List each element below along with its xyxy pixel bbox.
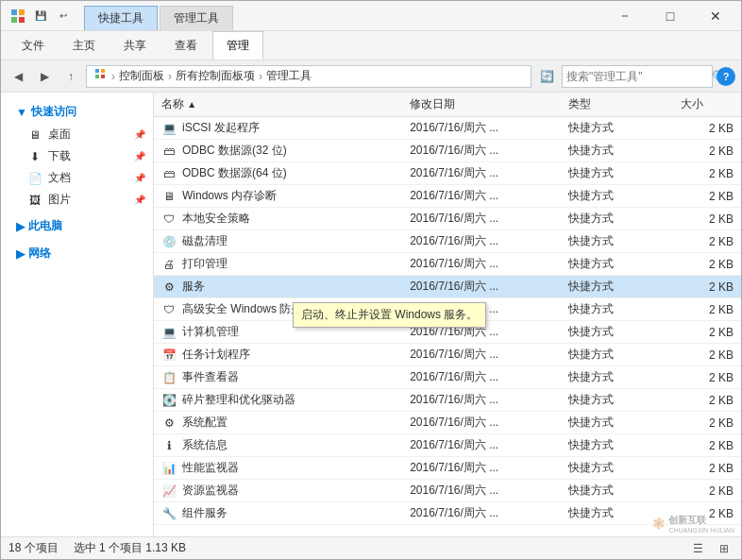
minimize-button[interactable]: － [603, 1, 647, 31]
sidebar-item-download[interactable]: ⬇ 下载 📌 [1, 145, 153, 167]
file-type: 快捷方式 [561, 208, 674, 230]
file-type: 快捷方式 [561, 321, 674, 344]
file-type: 快捷方式 [561, 457, 674, 480]
save-icon: 💾 [31, 7, 50, 25]
file-name: 服务 [182, 279, 205, 295]
table-row[interactable]: ⚙ 系统配置 2016/7/16/周六 ... 快捷方式 2 KB [154, 412, 741, 434]
download-icon: ⬇ [27, 149, 42, 164]
col-date[interactable]: 修改日期 [402, 93, 560, 117]
statusbar: 18 个项目 选中 1 个项目 1.13 KB ☰ ⊞ [1, 536, 741, 559]
table-row[interactable]: 💽 碎片整理和优化驱动器 2016/7/16/周六 ... 快捷方式 2 KB [154, 389, 741, 412]
table-row[interactable]: 💻 iSCSI 发起程序 2016/7/16/周六 ... 快捷方式 2 KB [154, 117, 741, 140]
col-type[interactable]: 类型 [561, 93, 674, 117]
col-name[interactable]: 名称 ▲ [154, 93, 402, 117]
ribbon-tab-manage[interactable]: 管理 [212, 31, 263, 59]
file-name: 打印管理 [182, 256, 228, 272]
table-row[interactable]: 📅 任务计划程序 2016/7/16/周六 ... 快捷方式 2 KB [154, 344, 741, 366]
file-icon: 📋 [161, 370, 177, 385]
forward-button[interactable]: ▶ [33, 65, 56, 88]
search-input[interactable] [566, 70, 708, 83]
refresh-button[interactable]: 🔄 [535, 65, 558, 88]
status-selected: 选中 1 个项目 1.13 KB [74, 540, 186, 556]
sidebar-header-quickaccess[interactable]: ▼ 快速访问 [1, 100, 153, 124]
file-date: 2016/7/16/周六 ... [402, 434, 560, 457]
file-icon: 🗃 [161, 166, 177, 181]
ribbon-tab-home[interactable]: 主页 [59, 31, 109, 59]
table-row[interactable]: ⚙ 服务 2016/7/16/周六 ... 快捷方式 2 KB [154, 276, 741, 298]
file-date: 2016/7/16/周六 ... [402, 208, 560, 230]
file-type: 快捷方式 [561, 298, 674, 321]
file-name: 事件查看器 [182, 369, 239, 385]
sidebar-header-computer[interactable]: ▶ 此电脑 [1, 214, 153, 238]
table-row[interactable]: ℹ 系统信息 2016/7/16/周六 ... 快捷方式 2 KB [154, 434, 741, 457]
sidebar-item-docs[interactable]: 📄 文档 📌 [1, 167, 153, 189]
sidebar-item-desktop[interactable]: 🖥 桌面 📌 [1, 124, 153, 145]
detail-view-button[interactable]: ⊞ [715, 539, 734, 558]
docs-pin: 📌 [134, 173, 145, 183]
file-name: 碎片整理和优化驱动器 [182, 392, 295, 408]
file-icon: ⚙ [161, 416, 177, 431]
file-date: 2016/7/16/周六 ... [402, 344, 560, 366]
help-button[interactable]: ? [717, 67, 735, 86]
file-name-cell: ⚙ 服务 [154, 276, 402, 298]
path-all-items[interactable]: 所有控制面板项 [176, 68, 255, 84]
table-row[interactable]: 🛡 本地安全策略 2016/7/16/周六 ... 快捷方式 2 KB [154, 208, 741, 230]
table-row[interactable]: 🗃 ODBC 数据源(64 位) 2016/7/16/周六 ... 快捷方式 2… [154, 162, 741, 185]
download-label: 下载 [48, 148, 71, 164]
close-button[interactable]: ✕ [694, 1, 737, 31]
ribbon-tabs: 文件 主页 共享 查看 管理 [1, 31, 741, 59]
up-button[interactable]: ↑ [59, 65, 82, 88]
table-row[interactable]: 🗃 ODBC 数据源(32 位) 2016/7/16/周六 ... 快捷方式 2… [154, 140, 741, 162]
file-date: 2016/7/16/周六 ... [402, 140, 560, 162]
tab-quick-tools[interactable]: 快捷工具 [84, 6, 158, 30]
list-view-button[interactable]: ☰ [688, 539, 707, 558]
tab-manage-tools[interactable]: 管理工具 [160, 6, 233, 30]
ribbon-tab-file[interactable]: 文件 [8, 31, 58, 59]
table-row[interactable]: 🖨 打印管理 2016/7/16/周六 ... 快捷方式 2 KB [154, 253, 741, 276]
col-size[interactable]: 大小 [673, 93, 741, 117]
file-size: 2 KB [673, 162, 741, 185]
sidebar-item-pics[interactable]: 🖼 图片 📌 [1, 189, 153, 211]
addressbar: ◀ ▶ ↑ › 控制面板 › 所有控制面板项 › 管理工具 🔄 🔍 [1, 60, 741, 93]
ribbon-tab-view[interactable]: 查看 [161, 31, 211, 59]
file-icon: ℹ [161, 438, 177, 453]
file-size: 2 KB [673, 434, 741, 457]
path-separator-2: › [168, 70, 172, 83]
search-box[interactable]: 🔍 [562, 65, 713, 88]
download-pin: 📌 [134, 151, 145, 161]
undo-icon: ↩ [54, 7, 73, 25]
file-name-cell: 📅 任务计划程序 [154, 344, 402, 366]
file-name: 性能监视器 [182, 460, 239, 476]
path-manage-tools[interactable]: 管理工具 [266, 68, 312, 84]
system-icon [8, 7, 27, 25]
table-row[interactable]: 📋 事件查看器 2016/7/16/周六 ... 快捷方式 2 KB [154, 366, 741, 389]
table-row[interactable]: 📊 性能监视器 2016/7/16/周六 ... 快捷方式 2 KB [154, 457, 741, 480]
file-icon: 💻 [161, 121, 177, 136]
address-path[interactable]: › 控制面板 › 所有控制面板项 › 管理工具 [86, 65, 531, 88]
svg-rect-1 [19, 9, 25, 15]
file-name-cell: 🔧 组件服务 [154, 502, 402, 525]
docs-icon: 📄 [27, 171, 42, 186]
file-name: 计算机管理 [182, 324, 239, 340]
ribbon-tab-share[interactable]: 共享 [110, 31, 160, 59]
sidebar-section-quickaccess: ▼ 快速访问 🖥 桌面 📌 ⬇ 下载 📌 📄 文档 📌 [1, 100, 153, 211]
file-icon: 📅 [161, 348, 177, 363]
file-size: 2 KB [673, 321, 741, 344]
svg-rect-2 [11, 17, 17, 23]
sidebar-section-computer: ▶ 此电脑 [1, 214, 153, 238]
file-name-cell: 💽 碎片整理和优化驱动器 [154, 389, 402, 412]
pics-pin: 📌 [134, 195, 145, 205]
table-row[interactable]: 📈 资源监视器 2016/7/16/周六 ... 快捷方式 2 KB [154, 480, 741, 502]
table-row[interactable]: 💿 磁盘清理 2016/7/16/周六 ... 快捷方式 2 KB [154, 230, 741, 253]
sidebar-header-network[interactable]: ▶ 网络 [1, 242, 153, 265]
back-button[interactable]: ◀ [7, 65, 29, 88]
table-row[interactable]: 🖥 Windows 内存诊断 2016/7/16/周六 ... 快捷方式 2 K… [154, 185, 741, 208]
path-home-icon [94, 68, 108, 84]
file-name: 磁盘清理 [182, 233, 228, 249]
path-control-panel[interactable]: 控制面板 [119, 68, 164, 84]
maximize-button[interactable]: □ [649, 1, 692, 31]
file-name: iSCSI 发起程序 [182, 120, 260, 136]
computer-arrow-icon: ▶ [16, 220, 25, 233]
file-size: 2 KB [673, 140, 741, 162]
file-date: 2016/7/16/周六 ... [402, 117, 560, 140]
